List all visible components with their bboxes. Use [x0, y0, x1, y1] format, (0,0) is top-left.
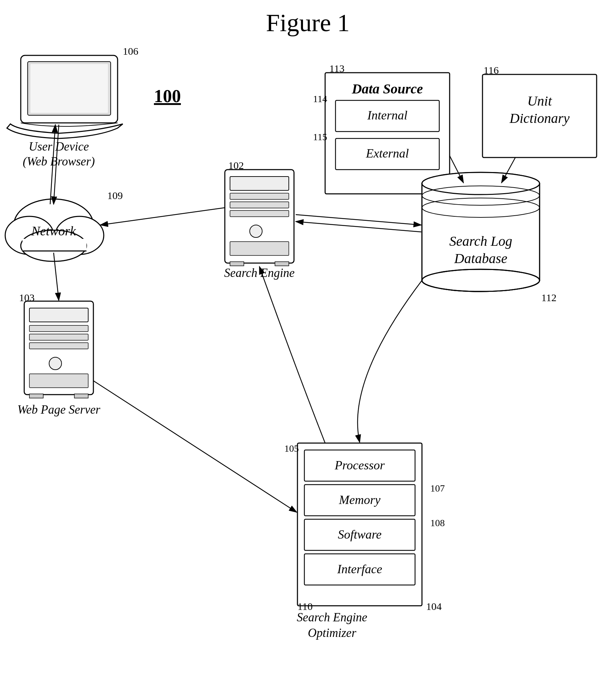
svg-point-23 — [250, 225, 262, 237]
svg-rect-16 — [29, 394, 43, 398]
arrow-webserver-to-seo — [93, 381, 297, 512]
data-source-label: Data Source — [351, 81, 423, 97]
search-log-db-label2: Database — [454, 251, 507, 266]
ref-116: 116 — [484, 64, 499, 76]
svg-rect-12 — [29, 334, 88, 340]
search-engine-label: Search Engine — [224, 266, 295, 280]
data-source-internal-label: Internal — [367, 108, 407, 122]
svg-rect-2 — [30, 64, 108, 113]
ref-110: 110 — [297, 601, 313, 612]
ref-106: 106 — [123, 45, 138, 57]
processor-label: Processor — [334, 458, 385, 472]
seo-label2: Optimizer — [308, 626, 356, 640]
user-device-label: User Device — [29, 140, 89, 153]
ref-104: 104 — [426, 601, 442, 612]
page-title: Figure 1 — [266, 9, 350, 37]
svg-rect-24 — [230, 242, 289, 255]
web-page-server-label: Web Page Server — [17, 403, 100, 416]
svg-rect-25 — [230, 262, 244, 266]
ref-112: 112 — [541, 292, 557, 303]
svg-rect-17 — [74, 394, 88, 398]
network-label: Network — [31, 224, 76, 238]
svg-point-30 — [422, 172, 540, 195]
unit-dictionary-label2: Dictionary — [509, 110, 570, 126]
svg-rect-11 — [29, 325, 88, 332]
ref-103: 103 — [19, 292, 35, 303]
svg-rect-10 — [29, 308, 88, 322]
unit-dictionary-label1: Unit — [527, 93, 552, 109]
svg-rect-20 — [230, 193, 289, 199]
arrow-seo-to-searchengine — [259, 267, 325, 443]
interface-label: Interface — [337, 562, 382, 576]
svg-rect-22 — [230, 210, 289, 217]
user-device-icon — [7, 55, 123, 138]
ref-107: 107 — [430, 483, 445, 494]
seo-label1: Search Engine — [297, 611, 367, 624]
ref-114: 114 — [313, 93, 327, 104]
svg-rect-13 — [29, 343, 88, 349]
data-source-external-label: External — [366, 146, 409, 160]
arrow-searchengine-to-network — [100, 208, 225, 225]
memory-label: Memory — [339, 493, 380, 507]
ref-115: 115 — [313, 132, 327, 142]
svg-rect-7 — [22, 239, 86, 251]
ref-102: 102 — [228, 160, 244, 171]
svg-rect-21 — [230, 202, 289, 208]
svg-rect-26 — [275, 262, 289, 266]
web-page-server-icon — [24, 301, 93, 398]
arrow-db-to-seo — [358, 280, 422, 442]
svg-rect-15 — [29, 374, 88, 388]
system-100-label: 100 — [154, 86, 181, 106]
svg-point-14 — [49, 357, 62, 370]
svg-rect-19 — [230, 177, 289, 190]
ref-105: 105 — [284, 443, 299, 454]
ref-113: 113 — [329, 63, 344, 74]
search-engine-icon — [225, 170, 294, 266]
software-label: Software — [338, 528, 382, 541]
user-device-label2: (Web Browser) — [23, 155, 95, 168]
ref-108: 108 — [430, 518, 445, 528]
ref-109: 109 — [107, 190, 123, 201]
search-log-db-label1: Search Log — [449, 233, 512, 249]
